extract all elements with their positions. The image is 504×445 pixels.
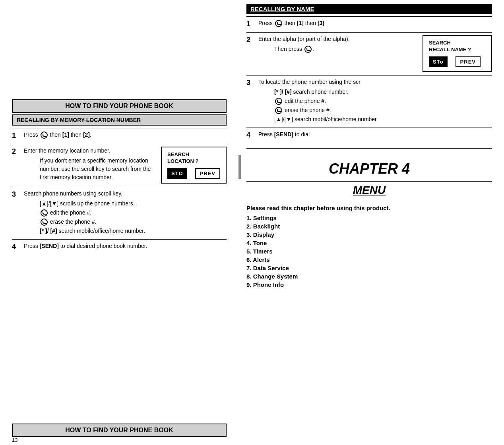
right-step-3-num: 3 <box>246 78 258 87</box>
right-step-4-num: 4 <box>246 130 258 139</box>
phone-icon-right-1 <box>275 20 282 27</box>
phone-icon-edit-right <box>275 98 282 105</box>
left-step-3-num: 3 <box>12 190 24 199</box>
right-popup-buttons: STo PREV <box>429 56 486 67</box>
phone-icon-erase-right <box>275 107 282 114</box>
right-step-4: 4 Press [SEND] to dial <box>246 130 492 140</box>
right-prev-button[interactable]: PREV <box>456 56 481 67</box>
left-prev-button[interactable]: PREV <box>195 168 220 179</box>
left-step-4-num: 4 <box>12 242 24 251</box>
left-step-2-sub: If you don't enter a specific memory loc… <box>24 157 157 182</box>
phone-icon-erase-left <box>41 219 48 226</box>
left-accent-bar <box>238 155 241 179</box>
left-step-2: 2 Enter the memory location number. If y… <box>12 147 227 184</box>
menu-item-7: 7. Data Service <box>246 265 492 271</box>
left-step-2-main: Enter the memory location number. <box>24 147 157 155</box>
menu-item-6: 6. Alerts <box>246 256 492 263</box>
menu-item-8: 8. Change System <box>246 273 492 280</box>
menu-item-1: 1. Settings <box>246 215 492 221</box>
right-step-2: 2 Enter the alpha (or part of the alpha)… <box>246 35 423 55</box>
right-popup-title: SEARCHRECALL NAME ? <box>429 40 486 53</box>
menu-item-9: 9. Phone Info <box>246 281 492 288</box>
right-sto-button[interactable]: STo <box>429 56 448 67</box>
right-search-popup: SEARCHRECALL NAME ? STo PREV <box>423 35 492 72</box>
right-step-1: 1 Press then [1] then [3] <box>246 19 492 29</box>
left-step-1: 1 Press then [1] then [2]. <box>12 131 227 141</box>
left-step-3: 3 Search phone numbers using scroll key.… <box>12 190 227 236</box>
menu-item-2: 2. Backlight <box>246 223 492 230</box>
right-recalling-heading: RECALLING BY NAME <box>246 4 492 14</box>
left-bottom-box: HOW TO FIND YOUR PHONE BOOK <box>12 424 227 437</box>
right-step-2-num: 2 <box>246 35 258 44</box>
left-popup-buttons: STO PREV <box>167 168 220 179</box>
menu-item-3: 3. Display <box>246 231 492 238</box>
left-search-popup: SEARCHLOCATION ? STO PREV <box>161 147 227 184</box>
right-step-2-container: 2 Enter the alpha (or part of the alpha)… <box>246 35 492 72</box>
left-section-title: HOW TO FIND YOUR PHONE BOOK <box>12 99 227 113</box>
left-sto-button[interactable]: STO <box>167 168 187 179</box>
left-recalling-heading: RECALLING BY MEMORY LOCATION NUMBER <box>12 114 227 126</box>
left-popup-title: SEARCHLOCATION ? <box>167 151 220 165</box>
menu-item-4: 4. Tone <box>246 240 492 246</box>
left-step-2-num: 2 <box>12 147 24 156</box>
chapter-heading: CHAPTER 4 <box>246 161 492 177</box>
right-step-1-num: 1 <box>246 19 258 28</box>
phone-icon-1 <box>41 132 48 139</box>
menu-intro: Please read this chapter before using th… <box>246 205 492 211</box>
menu-list: 1. Settings 2. Backlight 3. Display 4. T… <box>246 215 492 288</box>
menu-item-5: 5. Timers <box>246 248 492 255</box>
left-step-1-num: 1 <box>12 131 24 140</box>
phone-icon-right-2 <box>304 46 312 53</box>
menu-heading: MENU <box>246 184 492 197</box>
page-number: 13 <box>12 437 17 443</box>
phone-icon-edit-left <box>41 209 48 217</box>
left-step-4: 4 Press [SEND] to dial desired phone boo… <box>12 242 227 252</box>
right-step-3: 3 To locate the phone number using the s… <box>246 78 492 124</box>
